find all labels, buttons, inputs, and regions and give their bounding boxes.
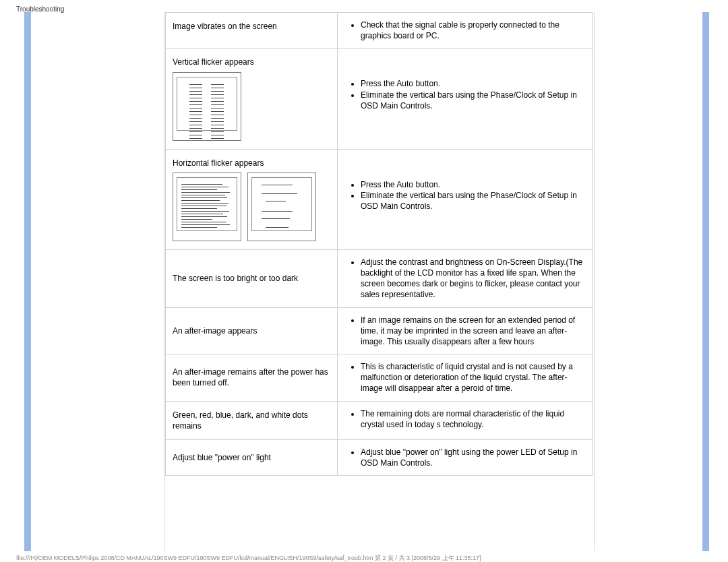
answer-list: The remaining dots are normal characteri…	[342, 408, 586, 430]
answer-cell: Adjust blue "power on" light using the p…	[338, 440, 593, 475]
problem-cell: The screen is too bright or too dark	[166, 250, 338, 307]
problem-text: An after-image appears	[173, 325, 257, 336]
problem-cell: Image vibrates on the screen	[166, 13, 338, 48]
page-frame: Image vibrates on the screen Check that …	[24, 12, 709, 551]
table-row: Vertical flicker appears Press the Auto …	[165, 48, 593, 148]
problem-cell: An after-image remains after the power h…	[166, 354, 338, 401]
vertical-flicker-illustration-icon	[173, 72, 241, 141]
answer-item: Eliminate the vertical bars using the Ph…	[361, 190, 586, 212]
answer-item: Check that the signal cable is properly …	[361, 20, 586, 41]
footer-path: file:///H|/OEM MODELS/Philips 2008/CD MA…	[16, 554, 481, 562]
table-row: Adjust blue "power on" light Adjust blue…	[165, 439, 593, 476]
frame-right-stripe	[702, 12, 709, 551]
troubleshooting-table: Image vibrates on the screen Check that …	[165, 12, 593, 476]
table-row: The screen is too bright or too dark Adj…	[165, 249, 593, 307]
answer-item: Eliminate the vertical bars using the Ph…	[361, 90, 586, 111]
problem-text: Adjust blue "power on" light	[173, 452, 271, 463]
answer-cell: Press the Auto button. Eliminate the ver…	[338, 49, 593, 148]
answer-list: This is characteristic of liquid crystal…	[342, 361, 586, 394]
answer-item: Press the Auto button.	[361, 78, 586, 89]
table-row: An after-image remains after the power h…	[165, 354, 593, 401]
answer-list: Adjust blue "power on" light using the p…	[342, 447, 586, 468]
problem-text: Horizontal flicker appears	[173, 158, 264, 168]
problem-text: An after-image remains after the power h…	[173, 367, 330, 388]
horizontal-flicker-illustration-dense-icon	[173, 173, 241, 241]
answer-cell: If an image remains on the screen for an…	[338, 308, 593, 354]
problem-text: The screen is too bright or too dark	[173, 273, 298, 284]
answer-list: Adjust the contrast and brightness on On…	[342, 257, 586, 301]
problem-cell: Green, red, blue, dark, and white dots r…	[166, 402, 338, 439]
answer-cell: Check that the signal cable is properly …	[338, 13, 593, 48]
answer-list: If an image remains on the screen for an…	[342, 315, 586, 348]
horizontal-flicker-illustration-sparse-icon	[247, 173, 316, 241]
answer-list: Press the Auto button. Eliminate the ver…	[342, 78, 586, 111]
answer-cell: This is characteristic of liquid crystal…	[338, 354, 593, 401]
table-row: Green, red, blue, dark, and white dots r…	[165, 401, 593, 439]
table-row: Horizontal flicker appears Press the Aut…	[165, 149, 593, 249]
answer-list: Check that the signal cable is properly …	[342, 20, 586, 41]
answer-item: The remaining dots are normal characteri…	[361, 408, 586, 430]
answer-item: Adjust the contrast and brightness on On…	[361, 257, 586, 301]
problem-text: Vertical flicker appears	[173, 57, 254, 67]
answer-item: If an image remains on the screen for an…	[361, 315, 586, 348]
frame-left-stripe	[24, 12, 31, 551]
table-row: An after-image appears If an image remai…	[165, 307, 593, 354]
answer-list: Press the Auto button. Eliminate the ver…	[342, 179, 586, 212]
answer-cell: The remaining dots are normal characteri…	[338, 402, 593, 439]
problem-text: Green, red, blue, dark, and white dots r…	[173, 410, 330, 431]
table-row: Image vibrates on the screen Check that …	[165, 12, 593, 48]
answer-cell: Press the Auto button. Eliminate the ver…	[338, 150, 593, 249]
answer-item: Adjust blue "power on" light using the p…	[361, 447, 586, 468]
answer-item: This is characteristic of liquid crystal…	[361, 361, 586, 394]
answer-cell: Adjust the contrast and brightness on On…	[338, 250, 593, 307]
content-left-border	[164, 12, 164, 551]
answer-item: Press the Auto button.	[361, 179, 586, 190]
problem-cell: Vertical flicker appears	[166, 49, 338, 148]
problem-cell: An after-image appears	[166, 308, 338, 354]
problem-text: Image vibrates on the screen	[173, 22, 277, 31]
problem-cell: Adjust blue "power on" light	[166, 440, 338, 475]
content-right-border	[594, 12, 595, 551]
problem-cell: Horizontal flicker appears	[166, 150, 338, 249]
